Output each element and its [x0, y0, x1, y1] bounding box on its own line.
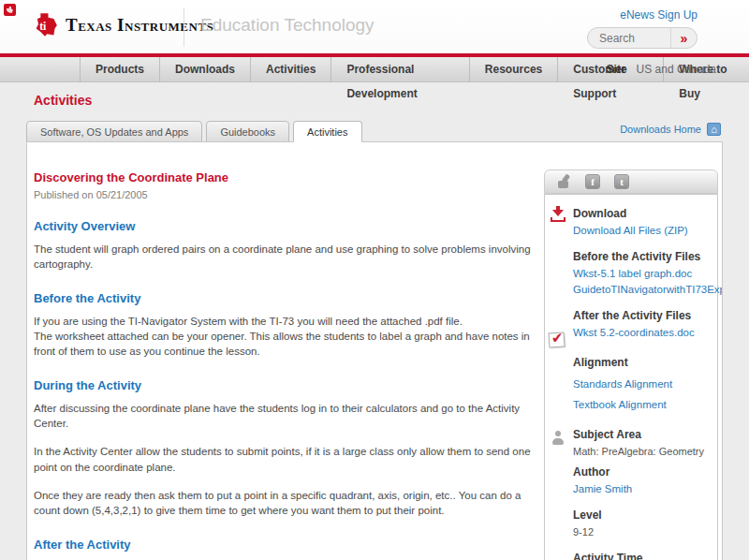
level-label: Level — [573, 508, 708, 522]
tab-row: Software, OS Updates and Apps Guidebooks… — [26, 120, 723, 141]
social-share-bar: f t — [544, 169, 718, 194]
article-title: Discovering the Coordinate Plane — [34, 170, 539, 184]
textbook-alignment-link[interactable]: Textbook Alignment — [573, 399, 708, 410]
twitter-icon[interactable]: t — [614, 174, 629, 189]
search-input[interactable] — [588, 32, 670, 45]
nav-item-downloads[interactable]: Downloads — [160, 57, 251, 82]
ti-favicon-icon — [4, 4, 16, 16]
downloads-home: Downloads Home ⌂ — [620, 123, 721, 136]
section-heading-after: After the Activity — [34, 538, 539, 552]
home-icon[interactable]: ⌂ — [707, 123, 721, 136]
division-title: Education Technology — [200, 15, 374, 36]
before-files-heading: Before the Activity Files — [573, 250, 708, 263]
ti-logo-icon: ti — [32, 12, 58, 38]
tabs: Software, OS Updates and Apps Guidebooks… — [26, 121, 366, 142]
go-chevrons-icon: » — [681, 31, 688, 46]
facebook-icon[interactable]: f — [585, 174, 600, 189]
site-value: US and Canada — [637, 63, 716, 76]
sidebar: f t ✔ Download Download All Files (ZIP) … — [544, 169, 718, 560]
paragraph: Once they are ready then ask them to put… — [34, 488, 539, 519]
subject-area-value: Math: PreAlgebra: Geometry — [573, 446, 708, 457]
paragraph: In the Activity Center allow the student… — [34, 444, 539, 475]
nav-item-professional-development[interactable]: Professional Development — [331, 57, 469, 82]
author-link[interactable]: Jamie Smith — [573, 483, 708, 494]
brand-logo[interactable]: ti Texas Instruments — [32, 12, 213, 38]
brand-name: Texas Instruments — [66, 15, 213, 36]
nav-item-products[interactable]: Products — [80, 57, 160, 82]
activity-time-label: Activity Time — [573, 552, 708, 560]
after-files-heading: After the Activity Files — [573, 309, 708, 322]
nav-item-activities[interactable]: Activities — [251, 57, 331, 82]
thumbs-up-icon[interactable] — [556, 174, 571, 189]
site-selector[interactable]: SiteUS and Canada — [607, 57, 716, 81]
before-file-link[interactable]: GuidetoTINavigatorwithTI73Explorer.pdf — [573, 284, 708, 295]
section-heading-during: During the Activity — [34, 378, 539, 392]
download-heading: Download — [573, 207, 708, 220]
site-label: Site — [607, 63, 627, 76]
tab-activities[interactable]: Activities — [293, 121, 361, 142]
tab-guidebooks[interactable]: Guidebooks — [206, 121, 289, 142]
author-label: Author — [573, 465, 708, 479]
level-value: 9-12 — [573, 526, 708, 538]
search-go-button[interactable]: » — [670, 28, 697, 48]
subject-area-label: Subject Area — [573, 428, 708, 441]
paragraph: After discussing the coordinate plane ha… — [34, 401, 539, 432]
nav-item-resources[interactable]: Resources — [470, 57, 558, 82]
section-heading-overview: Activity Overview — [34, 219, 539, 233]
main-nav: Products Downloads Activities Profession… — [0, 57, 749, 82]
published-date: Published on 05/21/2005 — [34, 189, 539, 200]
alignment-heading: Alignment — [573, 356, 708, 369]
standards-alignment-link[interactable]: Standards Alignment — [573, 378, 708, 390]
before-file-link[interactable]: Wkst-5.1 label graph.doc — [573, 268, 708, 279]
download-panel: ✔ Download Download All Files (ZIP) Befo… — [544, 194, 718, 560]
download-icon — [551, 206, 566, 222]
search-box[interactable]: » — [587, 27, 698, 49]
content-panel: Discovering the Coordinate Plane Publish… — [26, 141, 723, 560]
after-file-link[interactable]: Wkst 5.2-coordinates.doc — [573, 327, 708, 338]
tab-software-os-updates[interactable]: Software, OS Updates and Apps — [26, 121, 202, 142]
enews-signup-link[interactable]: eNews Sign Up — [620, 8, 698, 22]
author-icon — [551, 431, 565, 445]
svg-text:ti: ti — [39, 21, 47, 33]
paragraph: If you are using the TI-Navigator System… — [34, 314, 539, 329]
checkmark-icon: ✔ — [548, 332, 565, 347]
download-all-link[interactable]: Download All Files (ZIP) — [573, 225, 708, 236]
downloads-home-link[interactable]: Downloads Home — [620, 124, 701, 135]
article: Discovering the Coordinate Plane Publish… — [34, 170, 539, 560]
section-heading-before: Before the Activity — [34, 291, 539, 305]
site-header: ti Texas Instruments Education Technolog… — [0, 0, 749, 53]
header-divider — [184, 7, 184, 47]
paragraph: The worksheet attached can be your opene… — [34, 329, 539, 360]
paragraph: The student will graph ordered pairs on … — [34, 242, 539, 273]
